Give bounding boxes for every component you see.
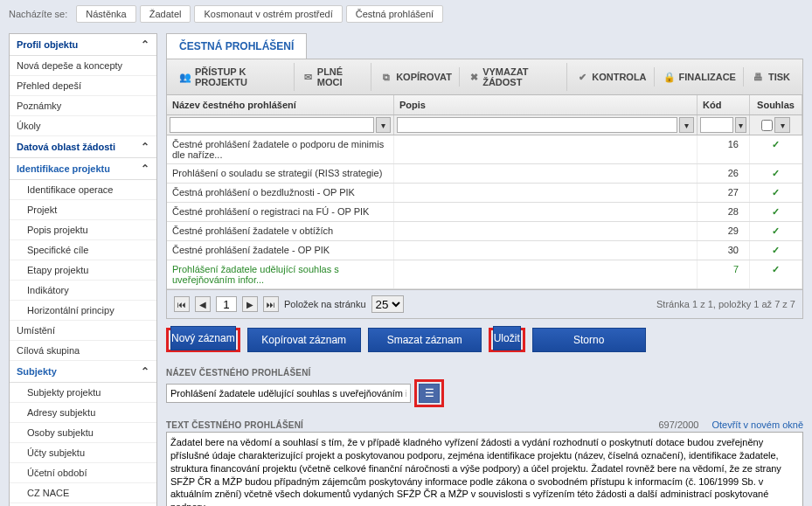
col-name[interactable]: Název čestného prohlášení <box>167 95 394 114</box>
pager-perpage-label: Položek na stránku <box>284 299 366 309</box>
text-header: TEXT ČESTNÉHO PROHLÁŠENÍ 697/2000 Otevří… <box>166 419 803 432</box>
sidebar-item[interactable]: Subjekty projektu <box>10 383 156 403</box>
filter-icon[interactable]: ▾ <box>735 117 746 133</box>
table-row[interactable]: Čestné prohlášení žadatele v obtížích29✓ <box>167 222 802 241</box>
sidebar-item[interactable]: Úkoly <box>10 116 156 136</box>
filter-icon[interactable]: ▾ <box>679 117 694 133</box>
col-desc[interactable]: Popis <box>394 95 697 114</box>
check-icon: ✔ <box>576 71 588 83</box>
sidebar-section-profile[interactable]: Profil objektu⌃ <box>10 34 156 56</box>
list-picker-icon[interactable]: ☰ <box>419 384 440 403</box>
pager-first-icon[interactable]: ⏮ <box>174 296 190 312</box>
tool-finalize[interactable]: 🔒FINALIZACE <box>656 67 744 87</box>
table-row[interactable]: Prohlášení o souladu se strategií (RIS3 … <box>167 164 802 184</box>
declaration-name-input[interactable] <box>166 384 411 403</box>
declaration-text-textarea[interactable]: Žadatel bere na vědomí a souhlasí s tím,… <box>166 432 803 506</box>
tool-copy[interactable]: ⧉KOPÍROVAT <box>373 67 460 87</box>
sidebar-item[interactable]: Identifikace operace <box>10 180 156 200</box>
sidebar-section-data[interactable]: Datová oblast žádosti⌃ <box>10 136 156 158</box>
cell-name: Čestné prohlášení o registraci na FÚ - O… <box>167 203 394 221</box>
filter-icon[interactable]: ▾ <box>774 117 790 133</box>
cell-name: Čestná prohlášení o bezdlužnosti - OP PI… <box>167 184 394 202</box>
pager-page-input[interactable] <box>216 296 237 312</box>
delete-record-button[interactable]: Smazat záznam <box>368 328 482 352</box>
filter-name-input[interactable] <box>170 117 374 133</box>
breadcrumb-item[interactable]: Nástěnka <box>76 5 135 23</box>
sidebar-item[interactable]: Poznámky <box>10 96 156 116</box>
sidebar-item-location[interactable]: Umístění <box>10 321 156 341</box>
sidebar-item[interactable]: Účty subjektu <box>10 443 156 463</box>
sidebar-item[interactable]: Indikátory <box>10 281 156 301</box>
filter-desc-input[interactable] <box>397 117 677 133</box>
sidebar-item[interactable]: Osoby subjektu <box>10 423 156 443</box>
cell-consent: ✓ <box>750 260 802 288</box>
tab-declarations[interactable]: ČESTNÁ PROHLÁŠENÍ <box>166 33 307 59</box>
sidebar-item[interactable]: Adresy subjektu <box>10 403 156 423</box>
cell-code: 29 <box>697 222 750 240</box>
delete-icon: ✖ <box>468 71 479 83</box>
sidebar-item[interactable]: Přehled depeší <box>10 76 156 96</box>
sidebar-item[interactable]: Etapy projektu <box>10 260 156 281</box>
pager-next-icon[interactable]: ▶ <box>242 296 258 312</box>
breadcrumb-item[interactable]: Kosmonaut v ostrém prostředí <box>194 5 342 23</box>
sidebar-section-ident[interactable]: Identifikace projektu⌃ <box>10 158 156 180</box>
tool-powers[interactable]: ✉PLNÉ MOCI <box>296 63 372 91</box>
cell-code: 27 <box>697 184 750 202</box>
cell-consent: ✓ <box>750 135 802 163</box>
cell-name: Čestné prohlášení žadatele - OP PIK <box>167 241 394 260</box>
tool-check[interactable]: ✔KONTROLA <box>569 67 654 87</box>
cancel-button[interactable]: Storno <box>532 328 646 352</box>
tool-print[interactable]: 🖶TISK <box>746 67 797 87</box>
toolbar: 👥PŘÍSTUP K PROJEKTU ✉PLNÉ MOCI ⧉KOPÍROVA… <box>166 59 803 95</box>
sidebar-item[interactable]: Projekt <box>10 200 156 220</box>
table-row[interactable]: Čestné prohlášení žadatele - OP PIK30✓ <box>167 241 802 260</box>
sidebar-item[interactable]: CZ NACE <box>10 483 156 503</box>
filter-consent-checkbox[interactable] <box>761 120 773 131</box>
filter-code-input[interactable] <box>700 117 733 133</box>
char-counter: 697/2000 <box>659 419 699 430</box>
mail-icon: ✉ <box>303 71 314 83</box>
sidebar-section-subjects[interactable]: Subjekty⌃ <box>10 361 156 383</box>
grid-header: Název čestného prohlášení Popis Kód Souh… <box>167 95 802 115</box>
sidebar-item[interactable]: Specifické cíle <box>10 240 156 260</box>
filter-icon[interactable]: ▾ <box>376 117 391 133</box>
table-row[interactable]: Čestné prohlášení žadatele o podporu de … <box>167 135 802 164</box>
new-button[interactable]: Nový záznam <box>170 326 236 350</box>
pager-info: Stránka 1 z 1, položky 1 až 7 z 7 <box>656 299 795 309</box>
pager: ⏮ ◀ ▶ ⏭ Položek na stránku 25 Stránka 1 … <box>166 290 803 319</box>
sidebar-item[interactable]: Účetní období <box>10 463 156 483</box>
tool-delete[interactable]: ✖VYMAZAT ŽÁDOST <box>462 63 567 91</box>
action-bar: Nový záznam Kopírovat záznam Smazat zázn… <box>166 319 803 361</box>
name-label: NÁZEV ČESTNÉHO PROHLÁŠENÍ <box>166 368 803 378</box>
tool-access[interactable]: 👥PŘÍSTUP K PROJEKTU <box>172 63 295 91</box>
open-new-window-link[interactable]: Otevřít v novém okně <box>711 419 803 430</box>
cell-name: Čestné prohlášení žadatele o podporu de … <box>167 135 394 163</box>
print-icon: 🖶 <box>753 71 765 83</box>
cell-code: 30 <box>697 241 750 260</box>
lock-icon: 🔒 <box>663 71 676 83</box>
cell-desc <box>394 164 697 183</box>
sidebar-item-target[interactable]: Cílová skupina <box>10 341 156 361</box>
sidebar-item[interactable]: Horizontální principy <box>10 301 156 321</box>
table-row[interactable]: Čestné prohlášení o registraci na FÚ - O… <box>167 203 802 222</box>
pager-prev-icon[interactable]: ◀ <box>195 296 211 312</box>
pager-perpage-select[interactable]: 25 <box>371 295 404 313</box>
breadcrumb-item[interactable]: Čestná prohlášení <box>346 5 443 23</box>
pager-last-icon[interactable]: ⏭ <box>263 296 279 312</box>
copy-record-button[interactable]: Kopírovat záznam <box>247 328 361 352</box>
breadcrumb-item[interactable]: Žadatel <box>140 5 191 23</box>
cell-code: 7 <box>697 260 750 288</box>
sidebar-item[interactable]: Popis projektu <box>10 220 156 240</box>
cell-consent: ✓ <box>750 184 802 202</box>
col-consent[interactable]: Souhlas <box>750 95 802 114</box>
sidebar: Profil objektu⌃ Nová depeše a koncepty P… <box>9 33 157 506</box>
people-icon: 👥 <box>179 71 191 83</box>
cell-desc <box>394 184 697 202</box>
sidebar-item[interactable]: Nová depeše a koncepty <box>10 56 156 76</box>
table-row[interactable]: Čestná prohlášení o bezdlužnosti - OP PI… <box>167 184 802 203</box>
cell-consent: ✓ <box>750 203 802 221</box>
cell-name: Čestné prohlášení žadatele v obtížích <box>167 222 394 240</box>
table-row[interactable]: Prohlášení žadatele udělující souhlas s … <box>167 260 802 289</box>
save-button[interactable]: Uložit <box>493 326 521 350</box>
col-code[interactable]: Kód <box>697 95 750 114</box>
